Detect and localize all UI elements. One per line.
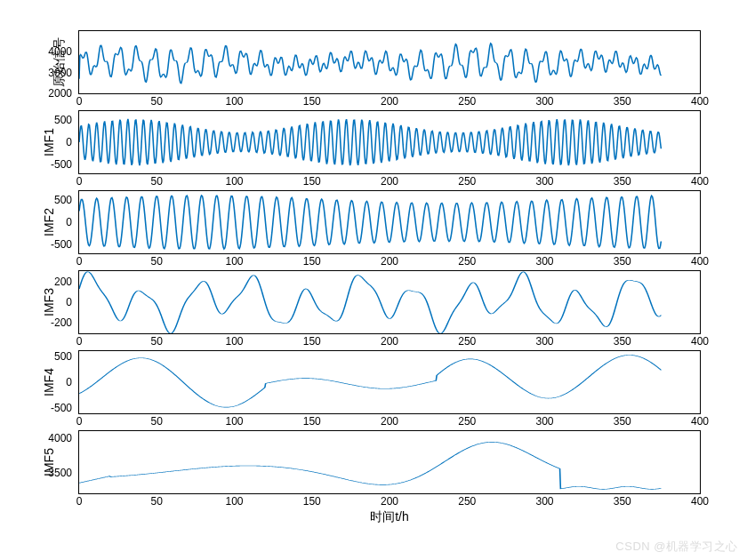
xticks-1: 050100150200250300350400 (79, 175, 700, 189)
ytick-label: 500 (54, 350, 72, 363)
xtick-label: 0 (76, 255, 83, 268)
line-original (79, 31, 700, 93)
xtick-label: 250 (458, 95, 476, 108)
line-imf2 (79, 191, 700, 253)
xtick-label: 0 (76, 335, 83, 348)
xtick-label: 300 (535, 415, 553, 428)
xtick-label: 300 (535, 175, 553, 188)
subplot-imf1: IMF1 -5000500 050100150200250300350400 (78, 110, 701, 174)
line-imf3 (79, 271, 700, 333)
ytick-label: 200 (54, 276, 72, 288)
ytick-label: 3000 (48, 67, 72, 79)
xtick-label: 50 (151, 335, 163, 348)
xtick-label: 400 (691, 255, 709, 268)
yticks-4: -5000500 (40, 351, 76, 413)
xtick-label: 400 (691, 95, 709, 108)
ytick-label: 0 (66, 376, 72, 388)
subplot-imf5: IMF5 35004000 050100150200250300350400 时… (78, 430, 701, 494)
line-imf5 (79, 431, 700, 493)
xtick-label: 350 (614, 335, 631, 348)
ytick-label: -500 (51, 238, 72, 251)
xtick-label: 50 (151, 255, 163, 268)
yticks-1: -5000500 (40, 111, 76, 173)
xtick-label: 50 (151, 415, 163, 428)
xtick-label: 100 (225, 335, 243, 348)
xticks-3: 050100150200250300350400 (79, 335, 700, 349)
ytick-label: 0 (66, 296, 72, 308)
yticks-2: -5000500 (40, 191, 76, 253)
xtick-label: 400 (691, 335, 709, 348)
xtick-label: 300 (535, 335, 553, 348)
line-imf1 (79, 111, 700, 173)
xtick-label: 400 (691, 415, 709, 428)
xtick-label: 0 (76, 495, 83, 508)
xtick-label: 200 (381, 495, 398, 508)
subplot-imf3: IMF3 -2000200 050100150200250300350400 (78, 270, 701, 334)
xticks-2: 050100150200250300350400 (79, 255, 700, 269)
plot-grid: 原始信号 200030004000 0501001502002503003504… (78, 30, 701, 528)
xtick-label: 200 (381, 255, 398, 268)
yticks-0: 200030004000 (40, 31, 76, 93)
ytick-label: 4000 (48, 45, 72, 58)
subplot-imf2: IMF2 -5000500 050100150200250300350400 (78, 190, 701, 254)
xtick-label: 100 (225, 415, 243, 428)
xtick-label: 250 (458, 175, 476, 188)
xticks-0: 050100150200250300350400 (79, 95, 700, 109)
xtick-label: 150 (303, 175, 321, 188)
xtick-label: 50 (151, 175, 163, 188)
xtick-label: 0 (76, 95, 83, 108)
xtick-label: 400 (691, 175, 709, 188)
xtick-label: 300 (535, 495, 553, 508)
yticks-3: -2000200 (40, 271, 76, 333)
ytick-label: 0 (66, 216, 72, 228)
ytick-label: -500 (51, 158, 72, 171)
xtick-label: 100 (225, 95, 243, 108)
xticks-4: 050100150200250300350400 (79, 415, 700, 429)
xtick-label: 350 (614, 175, 631, 188)
ytick-label: 3500 (48, 467, 72, 479)
ytick-label: 500 (54, 114, 72, 126)
xtick-label: 250 (458, 335, 476, 348)
xtick-label: 350 (614, 255, 631, 268)
xtick-label: 200 (381, 415, 398, 428)
xtick-label: 150 (303, 255, 321, 268)
ytick-label: 2000 (48, 87, 72, 100)
xtick-label: 300 (535, 255, 553, 268)
subplot-imf4: IMF4 -5000500 050100150200250300350400 (78, 350, 701, 414)
ytick-label: 500 (54, 194, 72, 206)
xtick-label: 150 (303, 415, 321, 428)
xtick-label: 350 (614, 495, 631, 508)
xticks-5: 050100150200250300350400 (79, 495, 700, 509)
xtick-label: 250 (458, 255, 476, 268)
xtick-label: 200 (381, 175, 398, 188)
xtick-label: 0 (76, 415, 83, 428)
xtick-label: 300 (535, 95, 553, 108)
xtick-label: 250 (458, 495, 476, 508)
xtick-label: 100 (225, 175, 243, 188)
xtick-label: 150 (303, 495, 321, 508)
xtick-label: 350 (614, 95, 631, 108)
xtick-label: 100 (225, 495, 243, 508)
watermark: CSDN @机器学习之心 (615, 539, 738, 555)
xtick-label: 400 (691, 495, 709, 508)
xtick-label: 350 (614, 415, 631, 428)
ytick-label: 0 (66, 136, 72, 148)
xtick-label: 50 (151, 95, 163, 108)
xtick-label: 0 (76, 175, 83, 188)
xtick-label: 100 (225, 255, 243, 268)
xtick-label: 200 (381, 335, 398, 348)
ytick-label: 4000 (48, 432, 72, 444)
yticks-5: 35004000 (40, 431, 76, 493)
xtick-label: 150 (303, 95, 321, 108)
line-imf4 (79, 351, 700, 413)
xtick-label: 50 (151, 495, 163, 508)
xtick-label: 200 (381, 95, 398, 108)
subplot-original: 原始信号 200030004000 0501001502002503003504… (78, 30, 701, 94)
xtick-label: 150 (303, 335, 321, 348)
ytick-label: -500 (51, 402, 72, 414)
ytick-label: -200 (51, 316, 72, 329)
xtick-label: 250 (458, 415, 476, 428)
xlabel: 时间t/h (370, 509, 409, 525)
